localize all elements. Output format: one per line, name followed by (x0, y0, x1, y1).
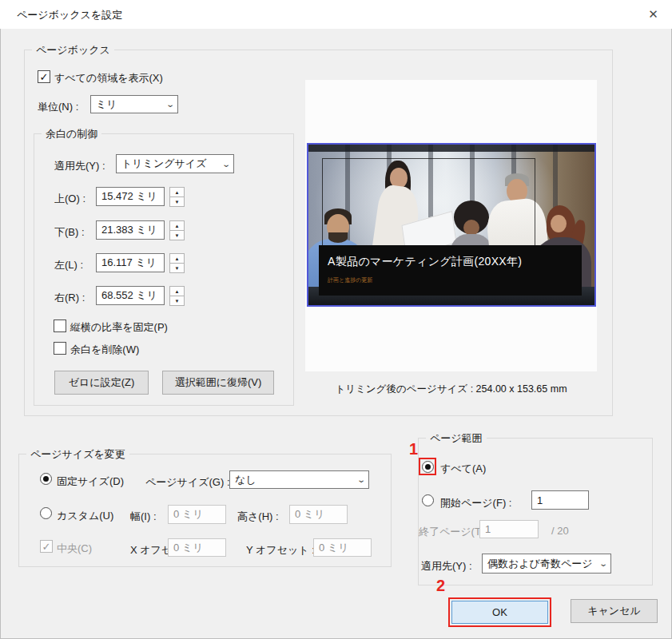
slide-title-banner: A製品のマーケティング計画(20XX年) 計画と進捗の更新 (319, 245, 582, 296)
close-icon: ✕ (648, 7, 658, 22)
range-apply-to-value: 偶数および奇数ページ (487, 557, 593, 571)
margin-bottom-label: 下(B) : (54, 225, 85, 240)
constrain-proportions-label: 縦横の比率を固定(P) (70, 320, 168, 335)
margin-controls-group-label: 余白の制御 (42, 127, 101, 141)
fixed-size-label: 固定サイズ(D) (57, 474, 124, 489)
cancel-button[interactable]: キャンセル (571, 599, 658, 623)
page-range-group-label: ページ範囲 (426, 431, 487, 446)
change-page-size-group-label: ページサイズを変更 (26, 447, 129, 462)
margin-bottom-input[interactable]: 21.383 ミリ (96, 220, 165, 240)
chevron-down-icon: ⌄ (165, 100, 175, 109)
range-apply-to-label: 適用先(Y) : (421, 559, 472, 574)
all-pages-label: すべて(A) (440, 462, 486, 476)
total-pages-label: / 20 (551, 525, 569, 537)
width-input: 0 ミリ (168, 505, 226, 524)
revert-to-selection-button[interactable]: 選択範囲に復帰(V) (162, 371, 274, 395)
page-size-label: ページサイズ(G) : (145, 475, 230, 490)
crop-box-outline[interactable] (322, 158, 535, 248)
constrain-proportions-checkbox[interactable] (54, 320, 66, 332)
y-offset-label: Y オフセット : (246, 543, 315, 558)
fixed-size-radio[interactable] (40, 473, 52, 485)
ok-button[interactable]: OK (451, 601, 548, 624)
from-page-label: 開始ページ(F) : (440, 496, 511, 510)
margin-right-stepper[interactable]: ▲▼ (169, 286, 185, 305)
to-page-input: 1 (479, 520, 539, 538)
spin-down-icon[interactable]: ▼ (169, 263, 185, 273)
close-button[interactable]: ✕ (635, 1, 671, 28)
chevron-down-icon: ⌄ (221, 160, 231, 169)
show-all-regions-label: すべての領域を表示(X) (54, 71, 163, 85)
annotation-step-1: 1 (409, 440, 418, 458)
x-offset-input: 0 ミリ (168, 538, 226, 557)
set-to-zero-button[interactable]: ゼロに設定(Z) (54, 371, 149, 395)
custom-size-radio[interactable] (40, 507, 52, 519)
height-label: 高さ(H) : (237, 510, 279, 524)
margin-bottom-stepper[interactable]: ▲▼ (169, 220, 185, 240)
spin-down-icon[interactable]: ▼ (169, 196, 185, 207)
spin-down-icon[interactable]: ▼ (169, 296, 185, 306)
preview-photo: A製品のマーケティング計画(20XX年) 計画と進捗の更新 (307, 143, 596, 307)
page-box-group-label: ページボックス (32, 43, 114, 58)
unit-value: ミリ (96, 97, 117, 112)
margin-right-input[interactable]: 68.552 ミリ (96, 286, 165, 305)
apply-to-dropdown[interactable]: トリミングサイズ ⌄ (116, 154, 234, 173)
spin-down-icon[interactable]: ▼ (169, 230, 185, 240)
all-pages-radio[interactable] (422, 461, 434, 473)
y-offset-input: 0 ミリ (313, 538, 372, 557)
margin-top-stepper[interactable]: ▲▼ (169, 187, 185, 206)
unit-label: 単位(N) : (38, 100, 78, 114)
margin-top-input[interactable]: 15.472 ミリ (96, 187, 165, 206)
margin-right-label: 右(R) : (54, 291, 85, 305)
from-page-radio[interactable] (422, 494, 434, 506)
preview-page: A製品のマーケティング計画(20XX年) 計画と進捗の更新 (305, 80, 597, 371)
page-size-dropdown[interactable]: なし ⌄ (229, 470, 369, 489)
check-icon: ✓ (40, 72, 49, 82)
dialog-title: ページボックスを設定 (17, 8, 122, 22)
show-all-regions-checkbox[interactable]: ✓ (38, 70, 50, 83)
page-size-value: なし (235, 473, 256, 487)
chevron-down-icon: ⌄ (356, 475, 366, 484)
annotation-step-2: 2 (436, 577, 445, 595)
margin-left-stepper[interactable]: ▲▼ (169, 253, 185, 272)
margin-left-label: 左(L) : (54, 258, 83, 272)
center-checkbox: ✓ (40, 540, 53, 553)
set-page-boxes-dialog: ページボックスを設定 ✕ ページボックス ✓ すべての領域を表示(X) 単位(N… (0, 0, 672, 639)
range-apply-to-dropdown[interactable]: 偶数および奇数ページ ⌄ (482, 554, 611, 574)
center-label: 中央(C) (57, 542, 92, 556)
margin-top-label: 上(O) : (54, 192, 85, 206)
person-silhouette (551, 215, 567, 232)
custom-size-label: カスタム(U) (57, 509, 113, 523)
from-page-input[interactable]: 1 (531, 490, 589, 510)
slide-subtitle: 計画と進捗の更新 (328, 276, 372, 284)
check-icon: ✓ (42, 542, 51, 552)
apply-to-label: 適用先(Y) : (54, 159, 105, 173)
remove-white-margins-label: 余白を削除(W) (70, 343, 139, 357)
title-bar: ページボックスを設定 ✕ (0, 0, 672, 29)
chevron-down-icon: ⌄ (598, 559, 608, 568)
remove-white-margins-checkbox[interactable] (54, 342, 66, 355)
margin-left-input[interactable]: 16.117 ミリ (96, 253, 165, 272)
cropped-page-size-caption: トリミング後のページサイズ : 254.00 x 153.65 mm (305, 383, 597, 396)
height-input: 0 ミリ (289, 505, 348, 524)
unit-dropdown[interactable]: ミリ ⌄ (90, 95, 178, 113)
apply-to-value: トリミングサイズ (121, 157, 206, 171)
slide-title: A製品のマーケティング計画(20XX年) (328, 255, 522, 269)
width-label: 幅(I) : (130, 510, 157, 524)
